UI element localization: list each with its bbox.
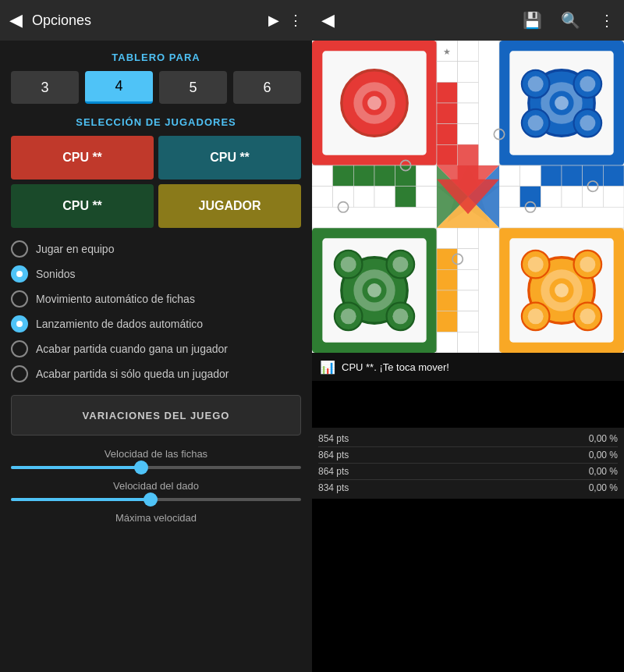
svg-rect-65 xyxy=(458,103,479,124)
svg-rect-104 xyxy=(458,290,479,311)
option-row-1[interactable]: Sonidos xyxy=(11,265,301,283)
right-more-button[interactable]: ⋮ xyxy=(599,11,615,30)
svg-rect-88 xyxy=(395,165,417,187)
svg-point-14 xyxy=(367,96,381,110)
status-icon: 📊 xyxy=(320,360,335,375)
slider-fichas-label: Velocidad de las fichas xyxy=(11,448,301,460)
svg-point-50 xyxy=(528,257,544,272)
svg-rect-94 xyxy=(395,187,417,208)
variations-button[interactable]: VARIACIONES DEL JUEGO xyxy=(11,395,301,436)
svg-point-34 xyxy=(367,283,381,297)
svg-rect-92 xyxy=(353,187,374,208)
svg-rect-87 xyxy=(374,165,395,187)
save-button[interactable]: 💾 xyxy=(523,11,542,30)
slider-fichas-track[interactable] xyxy=(11,466,301,469)
player-btn-2[interactable]: CPU ** xyxy=(158,136,301,180)
option-row-2[interactable]: Movimiento automático de fichas xyxy=(11,290,301,308)
status-text: CPU **. ¡Te toca mover! xyxy=(342,361,449,373)
option-label-3: Lanzamiento de dados automático xyxy=(36,318,203,330)
svg-rect-74 xyxy=(562,165,583,187)
svg-rect-108 xyxy=(458,332,479,353)
svg-rect-79 xyxy=(541,187,562,208)
option-row-5[interactable]: Acabar partida si sólo queda un jugador xyxy=(11,365,301,382)
radio-1[interactable] xyxy=(11,265,28,283)
svg-point-24 xyxy=(580,76,595,92)
svg-rect-97 xyxy=(437,228,458,249)
svg-rect-105 xyxy=(437,311,458,332)
svg-rect-102 xyxy=(458,269,479,290)
right-back-button[interactable]: ◀ xyxy=(321,10,335,30)
svg-rect-64 xyxy=(437,103,458,124)
board-btn-5[interactable]: 5 xyxy=(159,71,227,104)
svg-rect-91 xyxy=(333,187,354,208)
radio-4[interactable] xyxy=(11,340,28,357)
board-btn-6[interactable]: 6 xyxy=(233,71,301,104)
svg-rect-66 xyxy=(437,124,458,145)
svg-point-28 xyxy=(580,116,595,131)
zoom-button[interactable]: 🔍 xyxy=(561,11,580,30)
svg-point-36 xyxy=(341,257,356,272)
score-pct-1: 0,00 % xyxy=(589,450,618,460)
svg-rect-107 xyxy=(437,332,458,353)
svg-rect-81 xyxy=(583,187,604,208)
option-row-4[interactable]: Acabar partida cuando gana un jugador xyxy=(11,340,301,357)
slider-dado-label: Velocidad del dado xyxy=(11,480,301,492)
player-btn-1[interactable]: CPU ** xyxy=(11,136,154,180)
svg-rect-73 xyxy=(541,165,562,187)
svg-rect-100 xyxy=(458,249,479,270)
svg-rect-59 xyxy=(458,41,479,62)
players-grid: CPU ** CPU ** CPU ** JUGADOR xyxy=(11,136,301,228)
svg-rect-103 xyxy=(437,290,458,311)
play-button[interactable]: ▶ xyxy=(268,12,279,29)
options-list: Jugar en equipo Sonidos Movimiento autom… xyxy=(11,240,301,382)
player-btn-3[interactable]: CPU ** xyxy=(11,184,154,228)
svg-rect-77 xyxy=(499,187,520,208)
slider-dado-track[interactable] xyxy=(11,498,301,501)
slider-max-label: Máxima velocidad xyxy=(11,512,301,524)
svg-point-26 xyxy=(528,116,544,131)
svg-point-40 xyxy=(341,308,356,324)
svg-text:★: ★ xyxy=(443,47,451,56)
option-label-5: Acabar partida si sólo queda un jugador xyxy=(36,368,229,380)
svg-point-20 xyxy=(555,96,569,110)
svg-rect-86 xyxy=(353,165,374,187)
board-btn-3[interactable]: 3 xyxy=(11,71,79,104)
svg-rect-68 xyxy=(437,144,458,165)
svg-rect-71 xyxy=(499,165,520,187)
option-row-0[interactable]: Jugar en equipo xyxy=(11,240,301,258)
score-pts-1: 864 pts xyxy=(318,450,349,460)
radio-5[interactable] xyxy=(11,365,28,382)
option-row-3[interactable]: Lanzamiento de dados automático xyxy=(11,315,301,332)
page-title: Opciones xyxy=(32,12,259,29)
score-table: 854 pts 0,00 % 864 pts 0,00 % 864 pts 0,… xyxy=(312,428,624,499)
score-row-2: 864 pts 0,00 % xyxy=(318,464,618,480)
svg-point-48 xyxy=(555,283,569,297)
svg-rect-60 xyxy=(437,62,458,83)
more-menu-button[interactable]: ⋮ xyxy=(289,12,303,29)
back-button[interactable]: ◀ xyxy=(9,10,23,30)
player-btn-4[interactable]: JUGADOR xyxy=(158,184,301,228)
score-row-0: 854 pts 0,00 % xyxy=(318,431,618,447)
radio-3[interactable] xyxy=(11,315,28,332)
svg-rect-85 xyxy=(333,165,354,187)
svg-rect-90 xyxy=(312,187,333,208)
board-btn-4[interactable]: 4 xyxy=(85,71,153,104)
slider-fichas: Velocidad de las fichas xyxy=(11,448,301,469)
radio-0[interactable] xyxy=(11,240,28,258)
svg-rect-67 xyxy=(458,124,479,145)
left-top-bar: ◀ Opciones ▶ ⋮ xyxy=(0,0,312,41)
svg-rect-75 xyxy=(583,165,604,187)
svg-rect-89 xyxy=(416,165,437,187)
option-label-0: Jugar en equipo xyxy=(36,243,114,255)
black-area xyxy=(312,381,624,428)
status-bar: 📊 CPU **. ¡Te toca mover! xyxy=(312,353,624,381)
svg-rect-84 xyxy=(312,165,333,187)
score-pct-2: 0,00 % xyxy=(589,466,618,477)
svg-rect-62 xyxy=(437,82,458,103)
radio-2[interactable] xyxy=(11,290,28,308)
slider-max: Máxima velocidad xyxy=(11,512,301,524)
option-label-4: Acabar partida cuando gana un jugador xyxy=(36,343,228,355)
svg-rect-82 xyxy=(603,187,624,208)
svg-rect-95 xyxy=(416,187,437,208)
left-panel: ◀ Opciones ▶ ⋮ TABLERO PARA 3 4 5 6 SELE… xyxy=(0,0,312,672)
